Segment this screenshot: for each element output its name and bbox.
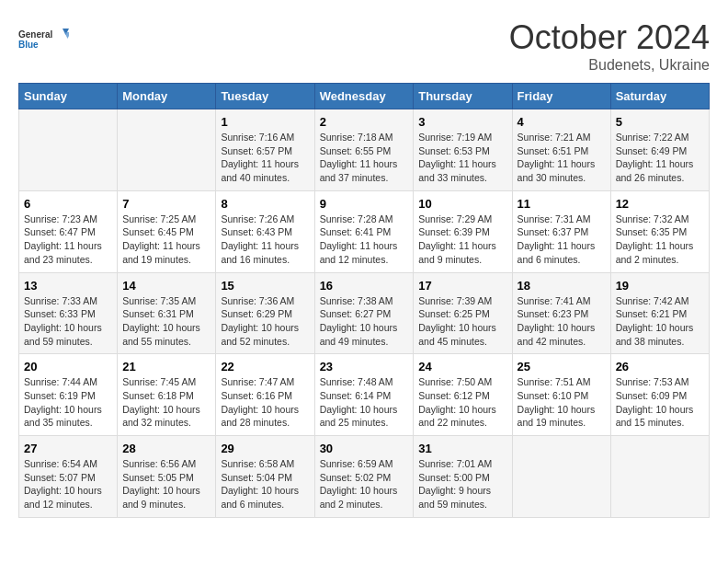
day-content: Sunrise: 7:36 AM Sunset: 6:29 PM Dayligh… (221, 294, 309, 349)
day-number: 15 (221, 279, 309, 293)
col-header-tuesday: Tuesday (216, 84, 314, 109)
day-cell: 19Sunrise: 7:42 AM Sunset: 6:21 PM Dayli… (610, 272, 709, 354)
day-content: Sunrise: 7:39 AM Sunset: 6:25 PM Dayligh… (418, 294, 506, 349)
day-content: Sunrise: 7:50 AM Sunset: 6:12 PM Dayligh… (418, 375, 506, 430)
day-number: 28 (122, 442, 210, 455)
day-content: Sunrise: 7:48 AM Sunset: 6:14 PM Dayligh… (320, 375, 409, 430)
day-cell: 17Sunrise: 7:39 AM Sunset: 6:25 PM Dayli… (414, 272, 512, 354)
day-cell: 5Sunrise: 7:22 AM Sunset: 6:49 PM Daylig… (610, 109, 709, 191)
col-header-wednesday: Wednesday (314, 84, 414, 109)
day-number: 3 (418, 115, 506, 129)
col-header-thursday: Thursday (414, 84, 512, 109)
day-content: Sunrise: 7:32 AM Sunset: 6:35 PM Dayligh… (616, 213, 704, 267)
title-area: October 2024 Budenets, Ukraine (509, 18, 710, 74)
day-content: Sunrise: 7:01 AM Sunset: 5:00 PM Dayligh… (418, 457, 506, 511)
col-header-friday: Friday (512, 84, 610, 109)
day-cell: 7Sunrise: 7:25 AM Sunset: 6:45 PM Daylig… (118, 190, 216, 272)
day-cell: 6Sunrise: 7:23 AM Sunset: 6:47 PM Daylig… (19, 190, 118, 272)
month-title: October 2024 (509, 18, 710, 57)
day-content: Sunrise: 7:19 AM Sunset: 6:53 PM Dayligh… (418, 131, 506, 185)
day-number: 14 (122, 279, 210, 293)
svg-text:Blue: Blue (18, 40, 39, 50)
day-number: 22 (221, 360, 309, 373)
day-number: 20 (24, 360, 112, 373)
day-cell (19, 109, 118, 191)
day-cell: 26Sunrise: 7:53 AM Sunset: 6:09 PM Dayli… (610, 354, 709, 436)
day-cell (512, 436, 610, 518)
day-number: 19 (616, 279, 704, 293)
day-number: 23 (320, 360, 409, 373)
day-number: 21 (122, 360, 210, 373)
week-row-4: 20Sunrise: 7:44 AM Sunset: 6:19 PM Dayli… (19, 354, 710, 436)
day-content: Sunrise: 7:35 AM Sunset: 6:31 PM Dayligh… (122, 294, 210, 349)
day-cell: 2Sunrise: 7:18 AM Sunset: 6:55 PM Daylig… (314, 109, 414, 191)
day-content: Sunrise: 6:54 AM Sunset: 5:07 PM Dayligh… (24, 457, 112, 511)
day-cell: 15Sunrise: 7:36 AM Sunset: 6:29 PM Dayli… (216, 272, 314, 354)
day-content: Sunrise: 6:58 AM Sunset: 5:04 PM Dayligh… (221, 457, 309, 511)
day-content: Sunrise: 7:26 AM Sunset: 6:43 PM Dayligh… (221, 213, 309, 267)
day-cell: 16Sunrise: 7:38 AM Sunset: 6:27 PM Dayli… (314, 272, 414, 354)
day-content: Sunrise: 7:22 AM Sunset: 6:49 PM Dayligh… (616, 131, 704, 185)
day-content: Sunrise: 7:25 AM Sunset: 6:45 PM Dayligh… (122, 213, 210, 267)
day-content: Sunrise: 7:42 AM Sunset: 6:21 PM Dayligh… (616, 294, 704, 349)
day-content: Sunrise: 7:23 AM Sunset: 6:47 PM Dayligh… (24, 213, 112, 267)
week-row-3: 13Sunrise: 7:33 AM Sunset: 6:33 PM Dayli… (19, 272, 710, 354)
day-cell: 25Sunrise: 7:51 AM Sunset: 6:10 PM Dayli… (512, 354, 610, 436)
day-number: 4 (518, 115, 606, 129)
col-header-sunday: Sunday (19, 84, 118, 109)
day-cell: 22Sunrise: 7:47 AM Sunset: 6:16 PM Dayli… (216, 354, 314, 436)
day-number: 16 (320, 279, 409, 293)
day-content: Sunrise: 7:51 AM Sunset: 6:10 PM Dayligh… (518, 375, 606, 430)
day-content: Sunrise: 7:31 AM Sunset: 6:37 PM Dayligh… (518, 213, 606, 267)
day-cell: 31Sunrise: 7:01 AM Sunset: 5:00 PM Dayli… (414, 436, 512, 518)
day-number: 30 (320, 442, 409, 455)
day-cell: 28Sunrise: 6:56 AM Sunset: 5:05 PM Dayli… (118, 436, 216, 518)
day-content: Sunrise: 7:28 AM Sunset: 6:41 PM Dayligh… (320, 213, 409, 267)
day-cell: 8Sunrise: 7:26 AM Sunset: 6:43 PM Daylig… (216, 190, 314, 272)
week-row-2: 6Sunrise: 7:23 AM Sunset: 6:47 PM Daylig… (19, 190, 710, 272)
day-cell: 9Sunrise: 7:28 AM Sunset: 6:41 PM Daylig… (314, 190, 414, 272)
day-number: 11 (518, 197, 606, 211)
day-number: 13 (24, 279, 112, 293)
col-header-saturday: Saturday (610, 84, 709, 109)
day-number: 8 (221, 197, 309, 211)
day-content: Sunrise: 7:29 AM Sunset: 6:39 PM Dayligh… (418, 213, 506, 267)
day-content: Sunrise: 7:47 AM Sunset: 6:16 PM Dayligh… (221, 375, 309, 430)
logo-svg: General Blue (18, 18, 69, 60)
day-cell: 3Sunrise: 7:19 AM Sunset: 6:53 PM Daylig… (414, 109, 512, 191)
day-cell: 12Sunrise: 7:32 AM Sunset: 6:35 PM Dayli… (610, 190, 709, 272)
day-number: 27 (24, 442, 112, 455)
day-cell: 21Sunrise: 7:45 AM Sunset: 6:18 PM Dayli… (118, 354, 216, 436)
day-cell: 10Sunrise: 7:29 AM Sunset: 6:39 PM Dayli… (414, 190, 512, 272)
col-header-monday: Monday (118, 84, 216, 109)
day-number: 17 (418, 279, 506, 293)
day-content: Sunrise: 7:45 AM Sunset: 6:18 PM Dayligh… (122, 375, 210, 430)
day-cell: 4Sunrise: 7:21 AM Sunset: 6:51 PM Daylig… (512, 109, 610, 191)
day-number: 10 (418, 197, 506, 211)
subtitle: Budenets, Ukraine (509, 57, 710, 74)
day-number: 9 (320, 197, 409, 211)
day-cell: 27Sunrise: 6:54 AM Sunset: 5:07 PM Dayli… (19, 436, 118, 518)
day-content: Sunrise: 7:21 AM Sunset: 6:51 PM Dayligh… (518, 131, 606, 185)
day-number: 18 (518, 279, 606, 293)
day-number: 6 (24, 197, 112, 211)
day-number: 12 (616, 197, 704, 211)
calendar-header-row: SundayMondayTuesdayWednesdayThursdayFrid… (19, 84, 710, 109)
logo: General Blue (18, 18, 69, 60)
day-cell: 1Sunrise: 7:16 AM Sunset: 6:57 PM Daylig… (216, 109, 314, 191)
day-number: 25 (518, 360, 606, 373)
svg-text:General: General (18, 29, 52, 40)
day-content: Sunrise: 6:56 AM Sunset: 5:05 PM Dayligh… (122, 457, 210, 511)
day-number: 24 (418, 360, 506, 373)
day-number: 29 (221, 442, 309, 455)
week-row-1: 1Sunrise: 7:16 AM Sunset: 6:57 PM Daylig… (19, 109, 710, 191)
day-number: 5 (616, 115, 704, 129)
svg-marker-3 (64, 32, 69, 39)
day-content: Sunrise: 6:59 AM Sunset: 5:02 PM Dayligh… (320, 457, 409, 511)
day-cell (610, 436, 709, 518)
day-number: 26 (616, 360, 704, 373)
day-cell (118, 109, 216, 191)
day-cell: 13Sunrise: 7:33 AM Sunset: 6:33 PM Dayli… (19, 272, 118, 354)
day-content: Sunrise: 7:41 AM Sunset: 6:23 PM Dayligh… (518, 294, 606, 349)
day-cell: 29Sunrise: 6:58 AM Sunset: 5:04 PM Dayli… (216, 436, 314, 518)
